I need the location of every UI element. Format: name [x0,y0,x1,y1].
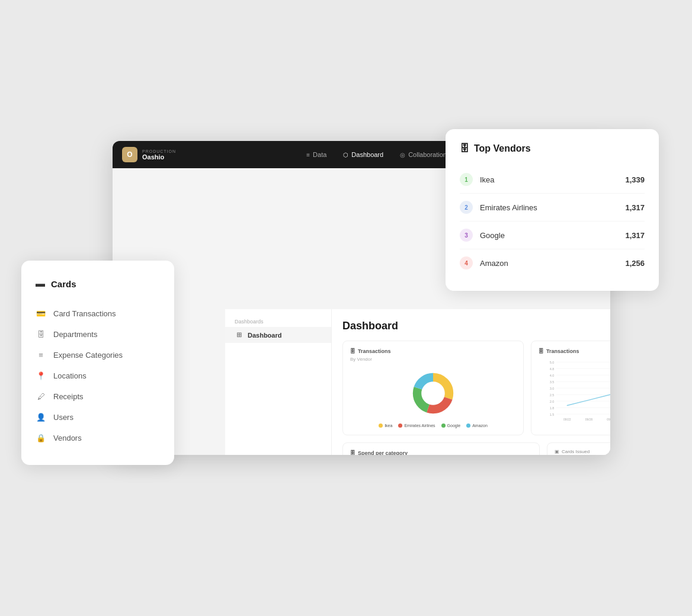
sidebar-dashboard-label: Dashboard [248,332,281,339]
svg-text:5.0: 5.0 [550,361,555,364]
svg-text:1.5: 1.5 [550,413,555,416]
nav-item-collaboration[interactable]: ◎ Collaboration [393,148,454,161]
sidebar-item-card-transactions[interactable]: 💳 Card Transactions [21,303,174,324]
vendors-icon: 🔒 [36,434,46,442]
departments-label: Departments [53,330,97,339]
donut-container: Ikea Emirates Airlines Google Amazo [350,367,516,428]
vendor-rank-3: 3 [460,229,473,242]
legend-ikea: Ikea [379,424,392,428]
inner-sidebar: Dashboards ⊞ Dashboard [225,309,332,455]
legend-dot-google [441,424,446,428]
nav-label-collaboration: Collaboration [408,151,447,158]
vendor-name-amazon: Amazon [480,259,618,268]
legend-google: Google [441,424,461,428]
transactions-line-card: 🗄 Transactions 5.0 4.8 [531,341,610,435]
vendor-value-ikea: 1,339 [625,175,645,184]
vendor-name-google: Google [480,231,618,240]
top-vendors-icon: 🗄 [460,143,469,154]
spend-title: 🗄 Spend per category [350,450,532,455]
cards-issued-label: ▣ Cards Issued [555,449,610,454]
svg-text:4.8: 4.8 [550,367,555,371]
svg-text:3.5: 3.5 [550,380,555,384]
legend-emirates: Emirates Airlines [398,424,435,428]
nav-label-dashboard: Dashboard [351,151,383,158]
data-icon: ≡ [306,152,310,158]
app-logo: O PRODUCTION Oashio [122,147,176,162]
line-chart-svg: 5.0 4.8 4.0 3.5 3.0 2.5 2.0 1.8 1.5 09/2… [539,357,610,422]
sidebar-dashboard-icon: ⊞ [235,331,243,339]
sidebar-item-dashboard[interactable]: ⊞ Dashboard [225,327,331,343]
users-label: Users [53,413,73,422]
charts-row: 🗄 Transactions By Vendor [342,341,610,435]
vendor-item-amazon: 4 Amazon 1,256 [460,249,645,277]
left-sidebar-items: 💳 Card Transactions 🗄 Departments ≡ Expe… [21,299,174,453]
users-sidebar-icon: 👤 [36,413,46,422]
donut-chart-subtitle: By Vendor [350,357,516,362]
vendor-list: 1 Ikea 1,339 2 Emirates Airlines 1,317 3… [460,166,645,277]
svg-text:1.8: 1.8 [550,406,555,410]
card-transactions-icon: 💳 [36,309,46,318]
legend-dot-ikea [379,424,383,428]
production-label: PRODUCTION [142,149,176,153]
cards-sidebar-icon: ▬ [36,278,45,289]
vendor-value-google: 1,317 [625,231,645,240]
donut-legend: Ikea Emirates Airlines Google Amazo [379,424,488,428]
nav-item-data[interactable]: ≡ Data [299,148,334,161]
receipts-icon: 🖊 [36,392,46,401]
donut-icon: 🗄 [350,348,355,354]
logo-text: PRODUCTION Oashio [142,149,176,161]
svg-text:3.0: 3.0 [550,387,555,390]
line-chart-icon: 🗄 [539,348,544,354]
expense-categories-icon: ≡ [36,351,46,360]
top-vendors-card: 🗄 Top Vendors 1 Ikea 1,339 2 Emirates Ai… [446,129,659,291]
bottom-row: 🗄 Spend per category 1 Airline 2,130 2 A… [342,442,610,455]
svg-text:2.5: 2.5 [550,393,555,397]
locations-icon: 📍 [36,371,46,380]
vendor-item-emirates: 2 Emirates Airlines 1,317 [460,194,645,222]
top-vendors-title: 🗄 Top Vendors [460,143,645,154]
left-sidebar-header: ▬ Cards [21,272,174,299]
sidebar-item-users[interactable]: 👤 Users [21,407,174,428]
legend-dot-amazon [466,424,470,428]
vendor-rank-4: 4 [460,256,473,270]
donut-chart-svg [406,367,460,420]
vendor-rank-2: 2 [460,201,473,214]
svg-text:09/22: 09/22 [563,418,571,421]
line-chart-title: 🗄 Transactions [539,348,610,354]
vendor-name-emirates: Emirates Airlines [480,203,618,212]
vendors-label: Vendors [53,434,82,442]
sidebar-item-departments[interactable]: 🗄 Departments [21,324,174,345]
receipts-label: Receipts [53,392,84,401]
vendor-item-google: 3 Google 1,317 [460,222,645,249]
sidebar-item-vendors[interactable]: 🔒 Vendors [21,428,174,448]
spend-icon: 🗄 [350,450,355,455]
stats-grid: ▣ Cards Issued 5 👤 Total Users 5 ▣ Tota [547,442,610,455]
vendor-rank-1: 1 [460,173,473,186]
sidebar-item-locations[interactable]: 📍 Locations [21,365,174,386]
dashboard-content: Dashboard 🗄 Transactions By Vendor [332,309,610,455]
sidebar-item-expense-categories[interactable]: ≡ Expense Categories [21,345,174,365]
donut-chart-title: 🗄 Transactions [350,348,516,354]
left-sidebar-card: ▬ Cards 💳 Card Transactions 🗄 Department… [21,261,174,465]
sidebar-item-receipts[interactable]: 🖊 Receipts [21,386,174,407]
vendor-value-amazon: 1,256 [625,259,645,268]
locations-label: Locations [53,371,86,380]
nav-item-dashboard[interactable]: ⬡ Dashboard [336,148,390,161]
departments-icon: 🗄 [36,330,46,339]
stat-cards-issued: ▣ Cards Issued 5 [547,442,610,455]
svg-text:4.0: 4.0 [550,374,555,377]
cards-icon: ▣ [555,449,559,454]
dashboard-nav-icon: ⬡ [343,152,348,158]
svg-text:09/26: 09/26 [585,418,593,421]
legend-dot-emirates [398,424,402,428]
expense-categories-label: Expense Categories [53,351,123,360]
app-name: Oashio [142,153,176,161]
vendor-name-ikea: Ikea [480,175,618,184]
transactions-by-vendor-card: 🗄 Transactions By Vendor [342,341,524,435]
left-sidebar-title: Cards [51,279,76,289]
card-transactions-label: Card Transactions [53,309,116,318]
page-title: Dashboard [342,320,610,332]
nav-label-data: Data [313,151,326,158]
sidebar-section-label: Dashboards [225,315,331,327]
svg-text:2.0: 2.0 [550,400,555,403]
